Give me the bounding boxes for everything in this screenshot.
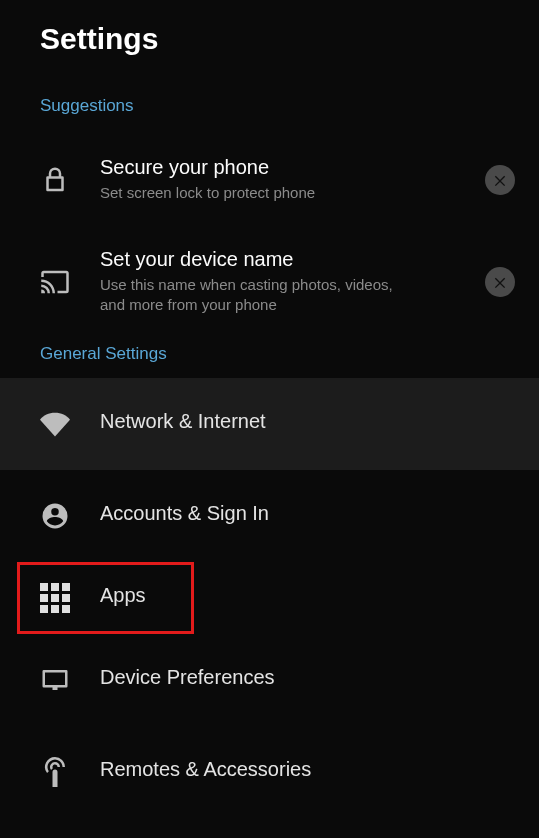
- suggestion-subtitle: Use this name when casting photos, video…: [100, 275, 420, 316]
- menu-label: Accounts & Sign In: [100, 502, 525, 525]
- section-general-header: General Settings: [0, 334, 539, 378]
- close-icon: [492, 274, 508, 290]
- lock-icon: [40, 165, 100, 195]
- suggestion-secure-phone[interactable]: Secure your phone Set screen lock to pro…: [0, 130, 539, 230]
- menu-label: Remotes & Accessories: [100, 758, 525, 781]
- remote-icon: [40, 757, 100, 787]
- dismiss-suggestion-button[interactable]: [485, 267, 515, 297]
- dismiss-suggestion-button[interactable]: [485, 165, 515, 195]
- apps-icon: [40, 583, 100, 613]
- menu-label: Apps: [100, 584, 180, 607]
- cast-icon: [40, 267, 100, 297]
- tv-icon: [40, 665, 100, 695]
- menu-accounts-signin[interactable]: Accounts & Sign In: [0, 470, 539, 562]
- suggestion-text: Set your device name Use this name when …: [100, 248, 475, 316]
- section-suggestions-header: Suggestions: [0, 86, 539, 130]
- suggestion-title: Set your device name: [100, 248, 475, 271]
- close-icon: [492, 172, 508, 188]
- menu-label: Device Preferences: [100, 666, 525, 689]
- suggestion-subtitle: Set screen lock to protect phone: [100, 183, 420, 203]
- account-icon: [40, 501, 100, 531]
- menu-network-internet[interactable]: Network & Internet: [0, 378, 539, 470]
- menu-label: Network & Internet: [100, 410, 525, 433]
- suggestion-device-name[interactable]: Set your device name Use this name when …: [0, 230, 539, 334]
- suggestion-text: Secure your phone Set screen lock to pro…: [100, 156, 475, 203]
- menu-device-preferences[interactable]: Device Preferences: [0, 634, 539, 726]
- menu-apps[interactable]: Apps: [17, 562, 194, 634]
- menu-remotes-accessories[interactable]: Remotes & Accessories: [0, 726, 539, 818]
- settings-header: Settings: [0, 0, 539, 86]
- page-title: Settings: [40, 22, 499, 56]
- wifi-icon: [40, 409, 100, 439]
- suggestion-title: Secure your phone: [100, 156, 475, 179]
